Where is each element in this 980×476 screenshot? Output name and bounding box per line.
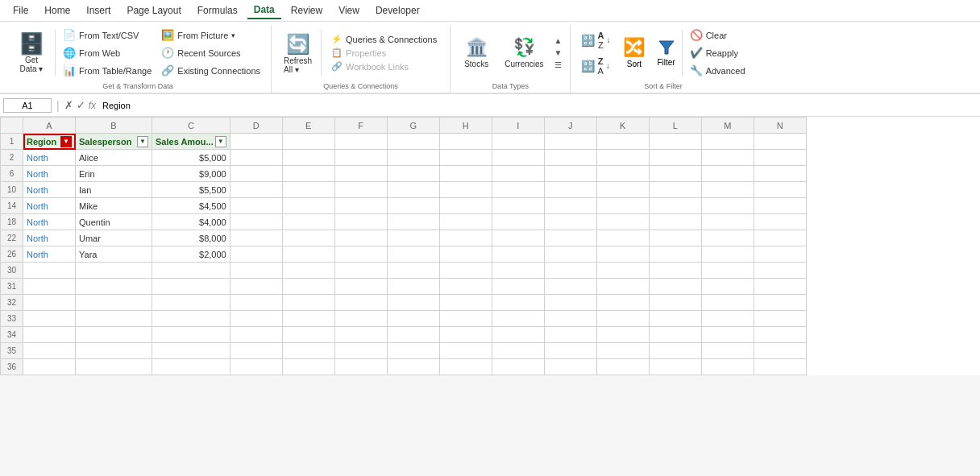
cell-a2[interactable]: North — [23, 150, 76, 166]
cell-n18[interactable] — [754, 214, 806, 230]
cell-m2[interactable] — [701, 150, 754, 166]
cell-i22[interactable] — [492, 230, 544, 246]
cell-d6[interactable] — [230, 166, 282, 182]
cell-h26[interactable] — [439, 246, 492, 263]
cell-m26[interactable] — [701, 246, 754, 263]
cell-k2[interactable] — [596, 150, 649, 166]
cell-l18[interactable] — [649, 214, 701, 230]
cell-j14[interactable] — [544, 198, 596, 214]
cell-c30[interactable] — [152, 263, 230, 279]
currencies-button[interactable]: 💱 Currencies — [497, 33, 550, 72]
cell-l6[interactable] — [649, 166, 701, 182]
cell-k22[interactable] — [596, 230, 649, 246]
cell-e14[interactable] — [282, 198, 334, 214]
from-table-range-button[interactable]: 📊 From Table/Range — [59, 62, 156, 79]
col-header-j[interactable]: J — [544, 118, 596, 134]
cell-f6[interactable] — [334, 166, 387, 182]
col-header-k[interactable]: K — [596, 118, 649, 134]
cell-j18[interactable] — [544, 214, 596, 230]
sort-za-button[interactable]: 🔡 Z A ↓ — [577, 54, 614, 78]
col-header-l[interactable]: L — [649, 118, 701, 134]
cell-i18[interactable] — [492, 214, 544, 230]
cell-d22[interactable] — [230, 230, 282, 246]
cell-h6[interactable] — [439, 166, 492, 182]
cell-c18[interactable]: $4,000 — [152, 214, 230, 230]
col-header-g[interactable]: G — [387, 118, 439, 134]
cell-n10[interactable] — [754, 182, 806, 198]
cell-l2[interactable] — [649, 150, 701, 166]
cell-f26[interactable] — [334, 246, 387, 263]
formula-bar-fx[interactable]: fx — [89, 100, 96, 111]
cell-h14[interactable] — [439, 198, 492, 214]
col-header-i[interactable]: I — [492, 118, 544, 134]
cell-l1[interactable] — [649, 134, 701, 150]
cell-f22[interactable] — [334, 230, 387, 246]
from-web-button[interactable]: 🌐 From Web — [59, 44, 156, 61]
cell-g1[interactable] — [387, 134, 439, 150]
cell-n22[interactable] — [754, 230, 806, 246]
menu-data[interactable]: Data — [247, 2, 281, 19]
sales-amount-filter-button[interactable]: ▼ — [215, 136, 226, 147]
clear-button[interactable]: 🚫 Clear — [686, 27, 750, 43]
cell-h1[interactable] — [439, 134, 492, 150]
cell-k10[interactable] — [596, 182, 649, 198]
cell-j10[interactable] — [544, 182, 596, 198]
cell-c22[interactable]: $8,000 — [152, 230, 230, 246]
cell-j26[interactable] — [544, 246, 596, 263]
stocks-button[interactable]: 🏛️ Stocks — [457, 33, 496, 72]
from-text-csv-button[interactable]: 📄 From Text/CSV — [59, 27, 156, 43]
cell-b10[interactable]: Ian — [76, 182, 152, 198]
cell-a26[interactable]: North — [23, 246, 76, 263]
cell-n2[interactable] — [754, 150, 806, 166]
cell-c2[interactable]: $5,000 — [152, 150, 230, 166]
cell-j6[interactable] — [544, 166, 596, 182]
region-filter-button[interactable]: ▼ — [60, 136, 72, 147]
cell-i6[interactable] — [492, 166, 544, 182]
cell-i26[interactable] — [492, 246, 544, 263]
cell-c26[interactable]: $2,000 — [152, 246, 230, 263]
menu-file[interactable]: File — [6, 2, 35, 19]
cell-e6[interactable] — [282, 166, 334, 182]
cell-e2[interactable] — [282, 150, 334, 166]
cell-f18[interactable] — [334, 214, 387, 230]
cell-b2[interactable]: Alice — [76, 150, 152, 166]
existing-connections-button[interactable]: 🔗 Existing Connections — [157, 62, 264, 79]
cell-g18[interactable] — [387, 214, 439, 230]
refresh-all-button[interactable]: 🔄 RefreshAll ▾ — [278, 29, 318, 77]
cell-b1[interactable]: Salesperson ▼ — [76, 134, 152, 150]
cell-a6[interactable]: North — [23, 166, 76, 182]
cell-e18[interactable] — [282, 214, 334, 230]
cell-f2[interactable] — [334, 150, 387, 166]
menu-formulas[interactable]: Formulas — [191, 2, 244, 19]
cell-m18[interactable] — [701, 214, 754, 230]
cell-a18[interactable]: North — [23, 214, 76, 230]
cell-n14[interactable] — [754, 198, 806, 214]
formula-input[interactable] — [99, 99, 977, 112]
cell-k6[interactable] — [596, 166, 649, 182]
sort-button[interactable]: 🔀 Sort — [616, 33, 652, 72]
cell-b18[interactable]: Quentin — [76, 214, 152, 230]
cell-g26[interactable] — [387, 246, 439, 263]
cell-c1[interactable]: Sales Amou... ▼ — [152, 134, 230, 150]
cell-n26[interactable] — [754, 246, 806, 263]
get-data-button[interactable]: 🗄️ GetData ▾ — [11, 29, 52, 77]
cell-c14[interactable]: $4,500 — [152, 198, 230, 214]
cell-h10[interactable] — [439, 182, 492, 198]
cell-h22[interactable] — [439, 230, 492, 246]
cell-m14[interactable] — [701, 198, 754, 214]
cell-h2[interactable] — [439, 150, 492, 166]
cell-l22[interactable] — [649, 230, 701, 246]
cell-l10[interactable] — [649, 182, 701, 198]
menu-insert[interactable]: Insert — [80, 2, 117, 19]
cell-i1[interactable] — [492, 134, 544, 150]
cell-k26[interactable] — [596, 246, 649, 263]
cell-j2[interactable] — [544, 150, 596, 166]
cell-d2[interactable] — [230, 150, 282, 166]
formula-bar-x[interactable]: ✗ — [64, 99, 73, 111]
dt-scroll-up[interactable]: ▲ — [553, 35, 564, 47]
cell-l14[interactable] — [649, 198, 701, 214]
cell-f14[interactable] — [334, 198, 387, 214]
menu-developer[interactable]: Developer — [369, 2, 426, 19]
cell-k14[interactable] — [596, 198, 649, 214]
col-header-b[interactable]: B — [76, 118, 152, 134]
